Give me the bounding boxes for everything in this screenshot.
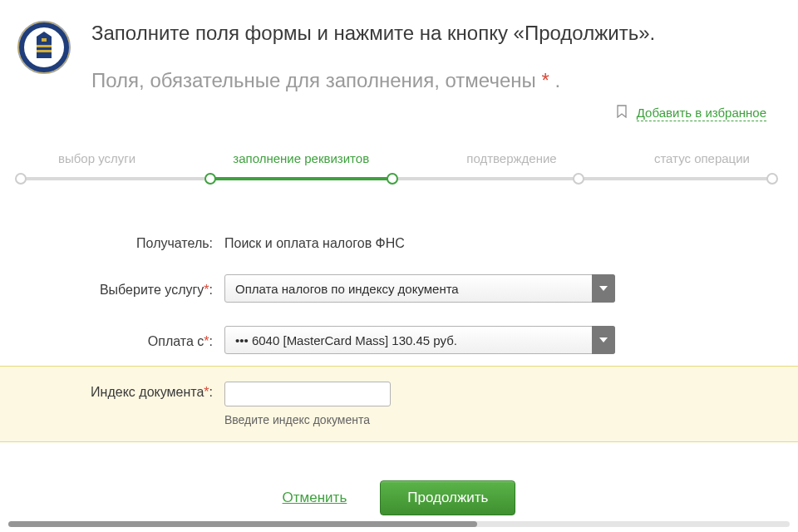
step-node-2 <box>204 173 216 185</box>
cancel-button[interactable]: Отменить <box>283 490 347 506</box>
chevron-down-icon[interactable] <box>592 274 615 303</box>
label-doc-index-text: Индекс документа <box>91 385 204 399</box>
subtitle-prefix: Поля, обязательные для заполнения, отмеч… <box>91 69 541 91</box>
step-label-2: заполнение реквизитов <box>233 151 369 165</box>
row-recipient: Получатель: Поиск и оплата налогов ФНС <box>0 221 798 263</box>
label-doc-index: Индекс документа*: <box>0 382 224 400</box>
step-node-4 <box>573 173 584 185</box>
doc-index-hint: Введите индекс документа <box>224 413 391 426</box>
page-title: Заполните поля формы и нажмите на кнопку… <box>91 20 773 46</box>
doc-index-input[interactable] <box>224 382 391 406</box>
service-select-value: Оплата налогов по индексу документа <box>235 282 459 296</box>
favorites-row: Добавить в избранное <box>0 101 798 128</box>
header: Заполните поля формы и нажмите на кнопку… <box>0 0 798 101</box>
service-select[interactable]: Оплата налогов по индексу документа <box>224 274 615 303</box>
page-container: Заполните поля формы и нажмите на кнопку… <box>0 0 798 515</box>
fns-logo <box>17 20 71 75</box>
pay-from-select[interactable]: ••• 6040 [MasterCard Mass] 130.45 руб. <box>224 326 615 354</box>
horizontal-scrollbar[interactable] <box>8 521 790 527</box>
row-pay-from: Оплата с*: ••• 6040 [MasterCard Mass] 13… <box>0 314 798 366</box>
step-node-3 <box>387 173 398 185</box>
step-node-1 <box>15 173 27 185</box>
subtitle-suffix: . <box>549 69 560 91</box>
pay-from-select-box[interactable]: ••• 6040 [MasterCard Mass] 130.45 руб. <box>224 326 615 354</box>
doc-index-field-group: Введите индекс документа <box>224 382 391 426</box>
value-recipient: Поиск и оплата налогов ФНС <box>224 233 405 251</box>
label-pay-from: Оплата с*: <box>0 331 224 349</box>
label-doc-index-colon: : <box>209 385 213 399</box>
label-service-colon: : <box>209 283 213 297</box>
scrollbar-thumb[interactable] <box>8 521 477 527</box>
buttons-row: Отменить Продолжить <box>0 480 798 515</box>
stepper-nodes <box>17 173 776 185</box>
bookmark-icon <box>616 105 628 121</box>
step-node-5 <box>766 173 778 185</box>
row-service: Выберите услугу*: Оплата налогов по инде… <box>0 263 798 314</box>
required-star-icon: * <box>541 69 549 91</box>
label-recipient: Получатель: <box>0 233 224 251</box>
step-label-1: выбор услуги <box>58 151 135 165</box>
add-to-favorites-link[interactable]: Добавить в избранное <box>637 106 766 121</box>
step-label-3: подтверждение <box>466 151 556 165</box>
label-service-text: Выберите услугу <box>100 283 204 297</box>
header-text: Заполните поля формы и нажмите на кнопку… <box>91 20 773 93</box>
service-select-box[interactable]: Оплата налогов по индексу документа <box>224 274 615 303</box>
step-label-4: статус операции <box>654 151 750 165</box>
chevron-down-icon[interactable] <box>592 326 615 354</box>
form-section: Получатель: Поиск и оплата налогов ФНС В… <box>0 211 798 442</box>
page-subtitle: Поля, обязательные для заполнения, отмеч… <box>91 67 773 93</box>
label-service: Выберите услугу*: <box>0 279 224 298</box>
stepper: выбор услуги заполнение реквизитов подтв… <box>17 151 781 185</box>
pay-from-select-value: ••• 6040 [MasterCard Mass] 130.45 руб. <box>235 333 457 347</box>
continue-button[interactable]: Продолжить <box>380 480 515 515</box>
label-pay-from-colon: : <box>209 334 213 348</box>
row-doc-index: Индекс документа*: Введите индекс докуме… <box>0 366 798 442</box>
stepper-labels: выбор услуги заполнение реквизитов подтв… <box>17 151 781 174</box>
label-pay-from-text: Оплата с <box>148 334 204 348</box>
